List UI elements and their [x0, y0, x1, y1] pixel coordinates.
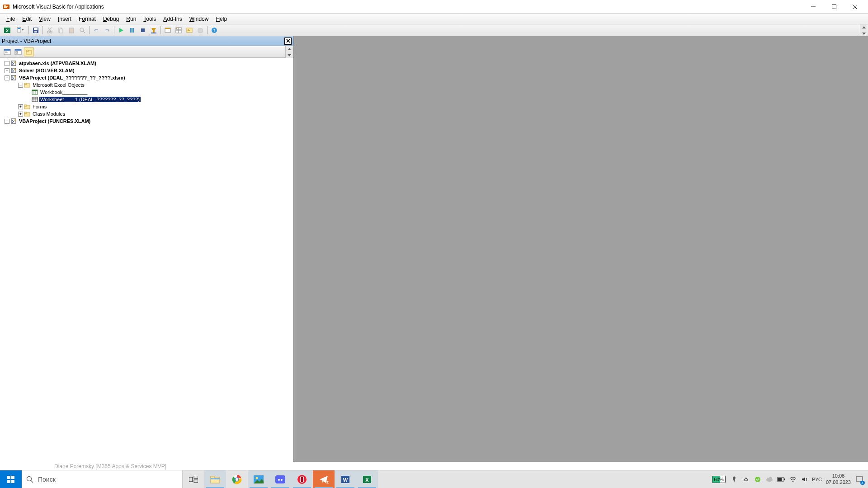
- start-button[interactable]: [0, 470, 22, 488]
- tray-volume-icon[interactable]: [800, 475, 809, 484]
- expand-icon[interactable]: +: [5, 61, 9, 66]
- tray-battery-icon[interactable]: [777, 475, 786, 484]
- tree-node-class-modules[interactable]: + Class Modules: [0, 110, 293, 117]
- toolbar-paste-icon[interactable]: [66, 25, 76, 35]
- project-explorer-panel: Project - VBAProject ✕ + atpvbaen.xls (A…: [0, 36, 294, 462]
- folder-icon: [24, 103, 30, 110]
- battery-indicator[interactable]: 60%: [712, 476, 726, 483]
- toolbar-cut-icon[interactable]: [45, 25, 55, 35]
- menu-window[interactable]: Window: [186, 15, 212, 23]
- collapse-icon[interactable]: −: [18, 83, 23, 88]
- menu-addins[interactable]: Add-Ins: [160, 15, 185, 23]
- taskbar-word-icon[interactable]: W: [335, 470, 356, 488]
- toggle-folders-icon[interactable]: [24, 47, 34, 56]
- expand-icon[interactable]: +: [5, 119, 9, 124]
- svg-rect-96: [211, 478, 220, 479]
- menu-format[interactable]: Format: [75, 15, 99, 23]
- taskbar-photos-icon[interactable]: [248, 470, 269, 488]
- toolbar-project-explorer-icon[interactable]: [163, 25, 173, 35]
- svg-marker-12: [22, 29, 24, 31]
- collapse-icon[interactable]: −: [5, 75, 9, 80]
- tray-chevron-up-icon[interactable]: [741, 475, 750, 484]
- taskbar-discord-icon[interactable]: [269, 470, 291, 488]
- toolbar-properties-icon[interactable]: [174, 25, 184, 35]
- toolbar-scroll[interactable]: [860, 24, 867, 36]
- taskbar-chrome-icon[interactable]: [226, 470, 248, 488]
- menu-insert[interactable]: Insert: [54, 15, 75, 23]
- project-tree[interactable]: + atpvbaen.xls (ATPVBAEN.XLAM) + Solver …: [0, 58, 293, 462]
- tray-clock[interactable]: 10:08 07.08.2023: [826, 473, 851, 485]
- tree-node-vbaproject-deal[interactable]: − VBAProject (DEAL_???????_??_????.xlsm): [0, 74, 293, 81]
- menu-view[interactable]: View: [35, 15, 54, 23]
- tree-node-solver[interactable]: + Solver (SOLVER.XLAM): [0, 67, 293, 74]
- menu-run[interactable]: Run: [123, 15, 140, 23]
- view-object-icon[interactable]: [13, 47, 23, 56]
- taskbar-explorer-icon[interactable]: [204, 470, 226, 488]
- project-explorer-close-icon[interactable]: ✕: [284, 38, 292, 45]
- task-view-icon[interactable]: [183, 470, 204, 488]
- tray-sync-icon[interactable]: [753, 475, 762, 484]
- menu-tools[interactable]: Tools: [140, 15, 160, 23]
- expand-icon[interactable]: +: [5, 68, 9, 73]
- svg-rect-5: [832, 5, 836, 9]
- toolbar-reset-icon[interactable]: [138, 25, 148, 35]
- svg-rect-69: [24, 83, 27, 84]
- menu-help[interactable]: Help: [212, 15, 231, 23]
- taskbar-search[interactable]: Поиск: [22, 470, 183, 488]
- toolbar-redo-icon[interactable]: [102, 25, 112, 35]
- toolbar-run-icon[interactable]: [116, 25, 126, 35]
- svg-marker-50: [862, 33, 866, 35]
- toolbar-design-mode-icon[interactable]: [149, 25, 159, 35]
- svg-point-123: [793, 480, 794, 482]
- toolbar-undo-icon[interactable]: [91, 25, 101, 35]
- svg-text:X: X: [6, 28, 9, 33]
- toolbar-object-browser-icon[interactable]: [184, 25, 194, 35]
- below-window-text: Diane Poremsky [M365 Apps & Services MVP…: [0, 462, 868, 470]
- menu-edit[interactable]: Edit: [19, 15, 35, 23]
- svg-rect-125: [856, 477, 863, 481]
- view-code-icon[interactable]: [2, 47, 12, 56]
- svg-rect-33: [153, 30, 155, 33]
- tray-language[interactable]: РУС: [812, 475, 822, 484]
- taskbar-telegram-icon[interactable]: 31: [313, 470, 335, 488]
- menu-debug[interactable]: Debug: [99, 15, 123, 23]
- maximize-button[interactable]: [824, 0, 844, 14]
- toolbar-toolbox-icon[interactable]: [195, 25, 205, 35]
- tree-node-forms[interactable]: + Forms: [0, 103, 293, 110]
- expand-icon[interactable]: +: [18, 112, 23, 117]
- svg-point-89: [27, 476, 32, 481]
- toolbar-save-icon[interactable]: [31, 25, 41, 35]
- svg-rect-30: [132, 28, 134, 33]
- project-explorer-header: Project - VBAProject ✕: [0, 36, 293, 46]
- svg-point-119: [769, 477, 772, 480]
- project-toolbar-scroll[interactable]: [285, 46, 292, 58]
- vba-project-icon: [10, 67, 17, 74]
- toolbar-copy-icon[interactable]: [56, 25, 66, 35]
- svg-rect-1: [4, 5, 6, 6]
- svg-rect-85: [7, 476, 10, 479]
- toolbar-excel-icon[interactable]: X: [2, 25, 12, 35]
- expand-icon[interactable]: +: [18, 104, 23, 109]
- svg-line-25: [83, 31, 85, 33]
- tree-node-workbook[interactable]: Workbook_________: [0, 89, 293, 96]
- svg-point-63: [14, 62, 16, 63]
- svg-rect-87: [7, 480, 10, 483]
- toolbar-help-icon[interactable]: ?: [209, 25, 219, 35]
- tray-notifications-icon[interactable]: 4: [855, 475, 864, 484]
- tree-node-worksheet-selected[interactable]: Worksheet____1 (DEAL_???????_??_????): [0, 96, 293, 103]
- taskbar-excel-icon[interactable]: X: [356, 470, 378, 488]
- tree-node-vbaproject-funcres[interactable]: + VBAProject (FUNCRES.XLAM): [0, 117, 293, 125]
- titlebar: Microsoft Visual Basic for Applications: [0, 0, 868, 14]
- tree-node-atpvbaen[interactable]: + atpvbaen.xls (ATPVBAEN.XLAM): [0, 60, 293, 67]
- tray-cloud-icon[interactable]: [765, 475, 774, 484]
- tree-node-excel-objects[interactable]: − Microsoft Excel Objects: [0, 81, 293, 89]
- minimize-button[interactable]: [803, 0, 824, 14]
- toolbar-find-icon[interactable]: [77, 25, 87, 35]
- toolbar-break-icon[interactable]: [127, 25, 137, 35]
- menu-file[interactable]: FFileile: [3, 15, 19, 23]
- tray-wifi-icon[interactable]: [788, 475, 797, 484]
- taskbar-opera-icon[interactable]: [291, 470, 313, 488]
- tray-pen-icon[interactable]: [730, 475, 739, 484]
- close-button[interactable]: [844, 0, 865, 14]
- toolbar-insert-dropdown[interactable]: [13, 25, 27, 35]
